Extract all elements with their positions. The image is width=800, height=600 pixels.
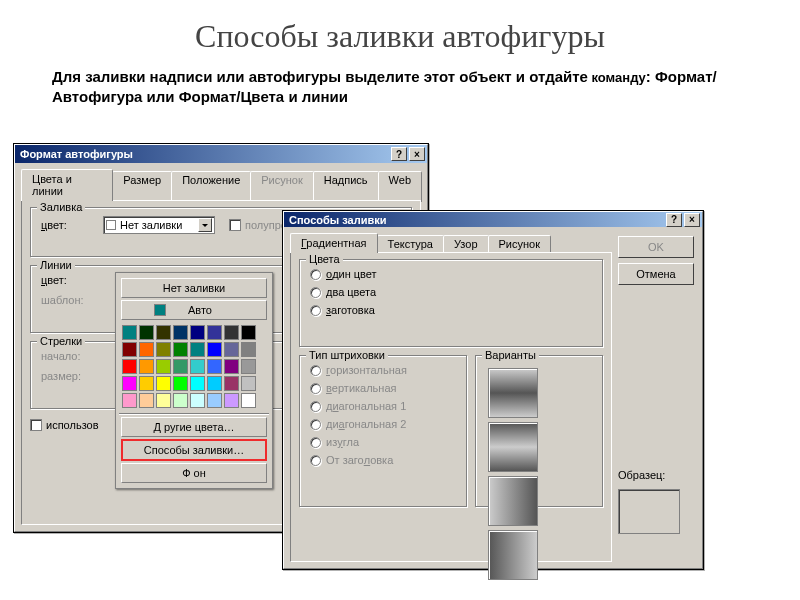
color-swatch[interactable] [241,359,256,374]
fill-effects-title: Способы заливки [286,214,664,226]
color-swatch[interactable] [122,393,137,408]
color-swatch[interactable] [207,325,222,340]
color-swatch[interactable] [190,376,205,391]
color-swatch[interactable] [156,325,171,340]
radio-horizontal[interactable]: горизонтальная [310,364,456,376]
color-swatch[interactable] [173,376,188,391]
color-swatch[interactable] [190,325,205,340]
color-swatch[interactable] [241,342,256,357]
picker-no-fill[interactable]: Нет заливки [121,278,267,298]
color-swatch[interactable] [207,393,222,408]
help-button[interactable]: ? [666,213,682,227]
radio-from-corner[interactable]: из угла [310,436,456,448]
line-template-label: шаблон: [41,294,103,306]
tab-web[interactable]: Web [378,171,422,202]
color-swatch[interactable] [139,342,154,357]
tab-textbox[interactable]: Надпись [313,171,379,202]
sample-preview [618,489,680,534]
color-swatch[interactable] [190,359,205,374]
arrow-start-label: начало: [41,350,103,362]
color-swatch[interactable] [173,325,188,340]
fill-color-dropdown[interactable]: Нет заливки [103,216,215,234]
color-swatch[interactable] [190,393,205,408]
radio-from-title[interactable]: От заголовка [310,454,456,466]
arrow-size-label: размер: [41,370,103,382]
variant-2[interactable] [488,422,538,472]
color-swatch[interactable] [207,359,222,374]
shading-legend: Тип штриховки [306,349,388,361]
help-button[interactable]: ? [391,147,407,161]
tab-position[interactable]: Положение [171,171,251,202]
radio-one-color[interactable]: один цвет [310,268,592,280]
color-swatch[interactable] [224,359,239,374]
color-swatch[interactable] [122,342,137,357]
lines-legend: Линии [37,259,75,271]
color-swatch[interactable] [139,359,154,374]
slide-description: Для заливки надписи или автофигуры выдел… [52,67,760,108]
picker-more-colors[interactable]: Другие цвета… [121,417,267,437]
picker-auto[interactable]: Авто [121,300,267,320]
color-swatch[interactable] [139,376,154,391]
radio-two-colors[interactable]: два цвета [310,286,592,298]
color-swatch[interactable] [190,342,205,357]
close-button[interactable]: × [409,147,425,161]
color-swatch[interactable] [173,342,188,357]
color-swatch[interactable] [156,342,171,357]
color-swatch[interactable] [241,325,256,340]
fill-color-swatch [106,220,116,230]
color-swatch[interactable] [173,393,188,408]
format-dialog-title: Формат автофигуры [17,148,389,160]
use-default-checkbox[interactable]: использов [30,419,99,431]
color-swatch[interactable] [173,359,188,374]
tab-picture[interactable]: Рисунок [250,171,314,202]
color-swatch[interactable] [207,342,222,357]
close-button[interactable]: × [684,213,700,227]
cancel-button[interactable]: Отмена [618,263,694,285]
radio-diagonal2[interactable]: диагональная 2 [310,418,456,430]
color-swatch[interactable] [139,325,154,340]
color-swatch[interactable] [156,393,171,408]
fill-effects-dialog: Способы заливки ? × Градиентная Текстура… [282,210,704,570]
colors-legend: Цвета [306,253,343,265]
ok-button[interactable]: OK [618,236,694,258]
dropdown-arrow-icon[interactable] [198,218,212,232]
color-swatch[interactable] [122,325,137,340]
tab-colors-lines[interactable]: Цвета и линии [21,169,113,201]
fill-color-value: Нет заливки [120,219,198,231]
color-swatch[interactable] [224,393,239,408]
color-swatch[interactable] [241,376,256,391]
variant-1[interactable] [488,368,538,418]
color-swatch[interactable] [156,376,171,391]
slide-title: Способы заливки автофигуры [0,18,800,55]
auto-color-swatch [154,304,166,316]
variant-4[interactable] [488,530,538,580]
color-swatch[interactable] [122,376,137,391]
sample-label: Образец: [618,469,694,481]
color-swatch[interactable] [241,393,256,408]
fill-legend: Заливка [37,201,85,213]
format-tabs: Цвета и линии Размер Положение Рисунок Н… [21,169,421,200]
variant-3[interactable] [488,476,538,526]
color-swatch[interactable] [156,359,171,374]
radio-vertical[interactable]: вертикальная [310,382,456,394]
radio-diagonal1[interactable]: диагональная 1 [310,400,456,412]
fill-effects-panel: Цвета один цвет два цвета заготовка Тип … [290,252,612,562]
tab-gradient[interactable]: Градиентная [290,233,378,253]
arrows-legend: Стрелки [37,335,85,347]
fill-color-label: цвет: [41,219,103,231]
color-grid [119,322,269,411]
format-dialog-titlebar[interactable]: Формат автофигуры ? × [15,145,427,163]
picker-fill-effects[interactable]: Способы заливки… [121,439,267,461]
tab-size[interactable]: Размер [112,171,172,202]
picker-background[interactable]: Фон [121,463,267,483]
color-picker-popup: Нет заливки Авто Другие цвета… Способы з… [115,272,273,489]
fill-effects-titlebar[interactable]: Способы заливки ? × [284,212,702,227]
color-swatch[interactable] [139,393,154,408]
color-swatch[interactable] [207,376,222,391]
color-swatch[interactable] [224,325,239,340]
color-swatch[interactable] [224,342,239,357]
variants-legend: Варианты [482,349,539,361]
radio-preset[interactable]: заготовка [310,304,592,316]
color-swatch[interactable] [122,359,137,374]
color-swatch[interactable] [224,376,239,391]
